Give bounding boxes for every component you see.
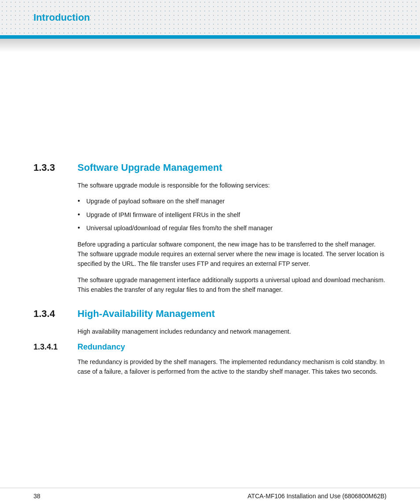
section-title-1-3-3: Software Upgrade Management bbox=[77, 162, 222, 173]
main-content: 1.3.3 Software Upgrade Management The so… bbox=[0, 149, 420, 416]
section-1-3-3-para-1: Before upgrading a particular software c… bbox=[77, 239, 387, 269]
footer-document-title: ATCA-MF106 Installation and Use (6806800… bbox=[247, 493, 387, 500]
section-1-3-3-para-2: The software upgrade management interfac… bbox=[77, 275, 387, 295]
section-heading-1-3-3: 1.3.3 Software Upgrade Management bbox=[33, 162, 387, 173]
list-item: Universal upload/download of regular fil… bbox=[77, 223, 387, 233]
grey-gradient-bar bbox=[0, 39, 420, 52]
section-number-1-3-4: 1.3.4 bbox=[33, 308, 64, 320]
footer: 38 ATCA-MF106 Installation and Use (6806… bbox=[0, 488, 420, 504]
blue-accent-bar bbox=[0, 35, 420, 39]
subsection-title-1-3-4-1: Redundancy bbox=[77, 342, 125, 352]
section-1-3-3-bullets: Upgrade of payload software on the shelf… bbox=[77, 196, 387, 233]
subsection-heading-1-3-4-1: 1.3.4.1 Redundancy bbox=[33, 342, 387, 352]
chapter-title: Introduction bbox=[33, 12, 90, 23]
section-number-1-3-3: 1.3.3 bbox=[33, 162, 64, 173]
chapter-image-area bbox=[0, 52, 420, 149]
section-1-3-3-intro: The software upgrade module is responsib… bbox=[77, 180, 387, 190]
section-heading-1-3-4: 1.3.4 High-Availability Management bbox=[33, 308, 387, 320]
section-1-3-4-intro: High availability management includes re… bbox=[77, 327, 387, 336]
list-item: Upgrade of IPMI firmware of intelligent … bbox=[77, 210, 387, 220]
subsection-number-1-3-4-1: 1.3.4.1 bbox=[33, 342, 64, 352]
subsection-1-3-4-1-para: The redundancy is provided by the shelf … bbox=[77, 357, 387, 377]
footer-page-number: 38 bbox=[33, 493, 41, 500]
subsection-1-3-4-1: 1.3.4.1 Redundancy The redundancy is pro… bbox=[33, 342, 387, 377]
list-item: Upgrade of payload software on the shelf… bbox=[77, 196, 387, 206]
header: Introduction bbox=[0, 0, 420, 35]
section-title-1-3-4: High-Availability Management bbox=[77, 308, 215, 320]
header-title-bar: Introduction bbox=[0, 0, 420, 35]
section-1-3-3: 1.3.3 Software Upgrade Management The so… bbox=[33, 162, 387, 295]
section-1-3-4: 1.3.4 High-Availability Management High … bbox=[33, 308, 387, 377]
